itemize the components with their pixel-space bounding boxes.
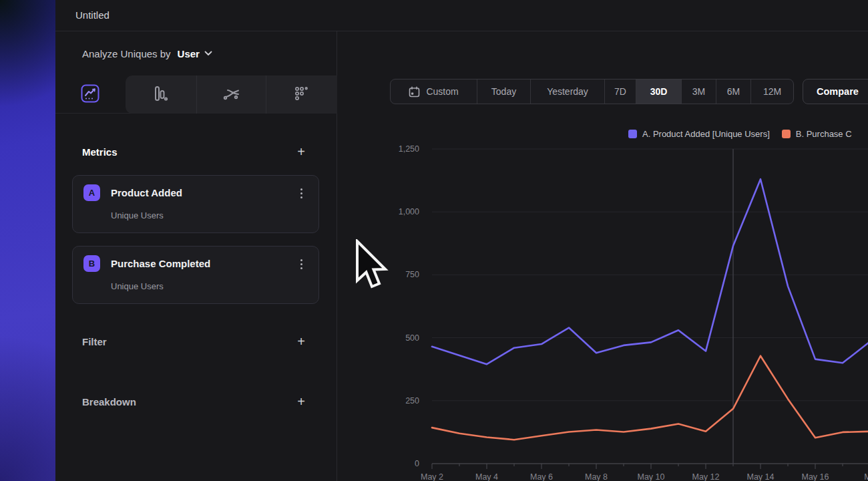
metric-card-header: A Product Added: [83, 184, 182, 201]
tab-divider: [196, 75, 197, 114]
chart-panel: CustomTodayYesterday7D30D3M6M12M Compare…: [337, 31, 868, 481]
metrics-title: Metrics: [82, 146, 118, 158]
add-breakdown-button[interactable]: +: [293, 393, 309, 410]
query-sidebar: Analyze Uniques by User: [55, 31, 337, 481]
breakdown-section: Breakdown +: [82, 391, 309, 412]
svg-text:May 10: May 10: [638, 472, 665, 481]
brand-gradient-strip: [0, 0, 55, 481]
breakdown-title: Breakdown: [82, 396, 136, 408]
svg-text:May 2: May 2: [421, 472, 443, 481]
tab-flows[interactable]: [218, 82, 245, 108]
chart-type-tabs: [55, 75, 337, 114]
svg-text:May 14: May 14: [747, 472, 775, 481]
metric-badge-a: A: [83, 184, 100, 201]
svg-text:May 6: May 6: [530, 472, 553, 481]
bar-chart-icon: [152, 85, 169, 105]
top-bar: Untitled: [55, 0, 868, 31]
svg-text:0: 0: [415, 459, 419, 468]
svg-text:May 16: May 16: [802, 472, 829, 481]
svg-text:1,000: 1,000: [399, 207, 419, 216]
kebab-menu-icon[interactable]: [294, 186, 308, 200]
metric-name: Product Added: [111, 187, 182, 198]
metric-card-header: B Purchase Completed: [83, 255, 210, 272]
metric-measurement[interactable]: Unique Users: [111, 210, 164, 220]
metrics-header: Metrics +: [82, 141, 309, 162]
analyze-uniques-label: Analyze Uniques by: [82, 48, 171, 59]
kebab-menu-icon[interactable]: [294, 257, 308, 271]
add-metric-button[interactable]: +: [293, 144, 309, 160]
filter-title: Filter: [82, 336, 107, 347]
svg-text:May 8: May 8: [585, 472, 608, 481]
line-chart[interactable]: 02505007501,0001,250May 2May 4May 6May 8…: [337, 31, 868, 481]
tab-divider: [266, 75, 266, 114]
metric-measurement[interactable]: Unique Users: [111, 281, 164, 291]
svg-text:May 12: May 12: [692, 472, 720, 481]
tab-retention[interactable]: [288, 82, 315, 108]
metric-card-product-added[interactable]: A Product Added Unique Users: [72, 175, 319, 233]
svg-text:500: 500: [405, 333, 419, 343]
metric-card-purchase-completed[interactable]: B Purchase Completed Unique Users: [72, 246, 319, 304]
chevron-down-icon[interactable]: [204, 51, 212, 56]
line-chart-icon: [81, 84, 99, 106]
metric-name: Purchase Completed: [111, 258, 210, 269]
svg-text:750: 750: [405, 270, 419, 279]
svg-text:Ma: Ma: [864, 472, 868, 481]
svg-text:May 4: May 4: [475, 472, 498, 481]
analyze-by-dropdown[interactable]: User: [178, 48, 200, 59]
retention-grid-icon: [294, 86, 310, 104]
svg-text:1,250: 1,250: [399, 144, 419, 154]
analyze-uniques-row: Analyze Uniques by User: [82, 31, 212, 75]
report-title[interactable]: Untitled: [75, 9, 110, 21]
filter-section: Filter +: [82, 331, 309, 352]
add-filter-button[interactable]: +: [293, 333, 309, 349]
svg-text:250: 250: [405, 396, 419, 406]
metric-badge-b: B: [83, 255, 100, 272]
tab-bar-chart[interactable]: [147, 82, 174, 108]
flows-icon: [222, 84, 241, 106]
tab-line-chart[interactable]: [77, 82, 103, 108]
